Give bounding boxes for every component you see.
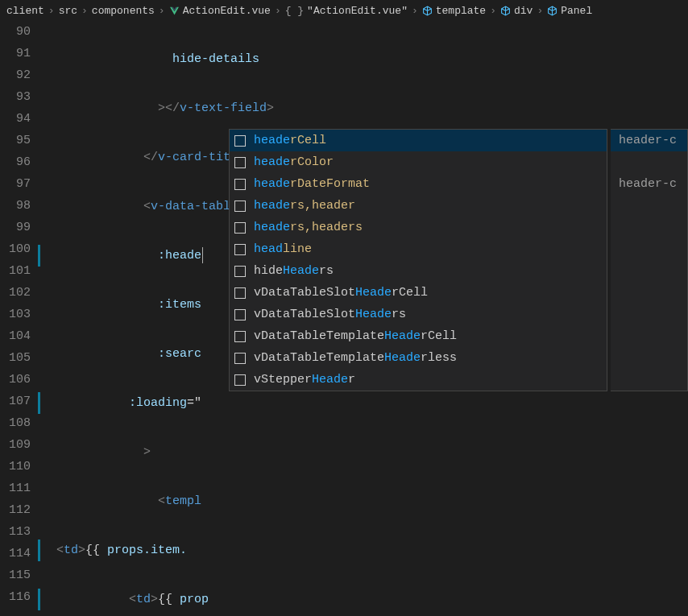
ac-text: vDataTableTemplate xyxy=(254,329,384,343)
snippet-icon xyxy=(234,287,246,299)
ac-text: vDataTableSlot xyxy=(254,308,355,321)
breadcrumb-template[interactable]: template xyxy=(436,5,486,17)
line-number: 115 xyxy=(0,564,42,586)
autocomplete-item[interactable]: headers, headers xyxy=(230,217,607,238)
code-token: =" xyxy=(187,396,201,410)
code-token: props.item. xyxy=(107,544,187,557)
code-token: > xyxy=(151,593,158,606)
detail-row xyxy=(611,304,687,325)
line-number: 111 xyxy=(0,478,42,499)
chevron-right-icon: › xyxy=(412,5,418,17)
ac-text: vStepper xyxy=(254,373,312,387)
chevron-right-icon: › xyxy=(159,5,165,17)
autocomplete-item[interactable]: headerColor xyxy=(230,151,607,173)
snippet-icon xyxy=(234,201,246,212)
line-number: 90 xyxy=(0,21,42,43)
code-editor[interactable]: 90 91 92 93 94 95 96 97 98 99 100 101 10… xyxy=(0,21,688,616)
line-number: 106 xyxy=(0,369,42,391)
line-number: 108 xyxy=(0,412,42,434)
detail-row xyxy=(611,217,687,238)
ac-text: header xyxy=(312,199,355,213)
breadcrumb-components[interactable]: components xyxy=(92,5,155,17)
modified-indicator xyxy=(38,392,40,414)
code-token: v-data-table xyxy=(151,200,238,213)
autocomplete-item[interactable]: vDataTableSlotHeaderCell xyxy=(230,282,607,304)
autocomplete-item[interactable]: vDataTableSlotHeaders xyxy=(230,304,607,325)
code-token: :items xyxy=(158,298,201,312)
cube-icon xyxy=(547,6,557,16)
ac-text: line xyxy=(283,242,312,256)
autocomplete-item[interactable]: headerCell xyxy=(230,130,607,151)
autocomplete-item[interactable]: hideHeaders xyxy=(230,260,607,282)
autocomplete-item[interactable]: vDataTableTemplateHeaderless xyxy=(230,347,607,369)
line-number: 99 xyxy=(0,217,42,238)
line-number: 109 xyxy=(0,434,42,456)
ac-text: heade xyxy=(254,221,290,234)
ac-text: head xyxy=(254,242,283,256)
code-token: v-text-field xyxy=(180,101,267,115)
code-token: < xyxy=(129,593,136,606)
code-token: hide-details xyxy=(172,52,259,66)
ac-text: headers xyxy=(312,221,363,234)
cube-icon xyxy=(500,6,511,16)
code-token: > xyxy=(78,544,85,557)
ac-text: Heade xyxy=(283,264,319,278)
line-number: 100 xyxy=(0,238,42,260)
ac-text: rs xyxy=(392,308,406,321)
code-token: </ xyxy=(143,151,158,164)
ac-text: heade xyxy=(254,199,290,213)
code-token: < xyxy=(158,494,165,508)
snippet-icon xyxy=(234,309,246,320)
breadcrumb-client[interactable]: client xyxy=(6,5,44,17)
detail-row xyxy=(611,260,687,282)
snippet-icon xyxy=(234,179,246,190)
breadcrumb-panel[interactable]: Panel xyxy=(561,5,592,17)
snippet-icon xyxy=(234,353,246,364)
ac-text: rCell xyxy=(392,286,428,300)
ac-text: rless xyxy=(421,351,457,365)
code-token: :searc xyxy=(158,347,201,361)
ac-text: r xyxy=(348,373,355,387)
line-number: 92 xyxy=(0,64,42,86)
breadcrumb[interactable]: client › src › components › ActionEdit.v… xyxy=(0,0,688,21)
snippet-icon xyxy=(234,222,246,234)
line-number: 102 xyxy=(0,282,42,304)
breadcrumb-file[interactable]: ActionEdit.vue xyxy=(183,5,271,17)
line-number: 104 xyxy=(0,325,42,347)
autocomplete-item[interactable]: headerDateFormat xyxy=(230,173,607,195)
chevron-right-icon: › xyxy=(537,5,543,17)
code-token: > xyxy=(143,445,151,459)
line-number-gutter: 90 91 92 93 94 95 96 97 98 99 100 101 10… xyxy=(0,21,42,608)
chevron-right-icon: › xyxy=(48,5,55,17)
line-number: 95 xyxy=(0,130,42,151)
snippet-icon xyxy=(234,374,246,386)
ac-text: r xyxy=(290,177,297,191)
autocomplete-popup[interactable]: headerCell headerColor headerDateFormat … xyxy=(229,129,607,391)
ac-text: rs, xyxy=(290,199,312,213)
ac-text: rCell xyxy=(421,329,457,343)
autocomplete-item[interactable]: headers, header xyxy=(230,195,607,217)
breadcrumb-scope[interactable]: "ActionEdit.vue" xyxy=(307,5,408,17)
code-token: > xyxy=(267,101,274,115)
ac-text: hide xyxy=(254,264,283,278)
detail-row: header-c xyxy=(611,173,687,195)
line-number: 113 xyxy=(0,521,42,543)
autocomplete-detail: header-c header-c xyxy=(611,129,688,391)
line-number: 103 xyxy=(0,304,42,325)
breadcrumb-src[interactable]: src xyxy=(59,5,77,17)
code-token: td xyxy=(64,544,78,557)
line-number: 107 xyxy=(0,391,42,412)
ac-text: heade xyxy=(254,177,290,191)
detail-row xyxy=(611,325,687,347)
autocomplete-item[interactable]: vDataTableTemplateHeaderCell xyxy=(230,325,607,347)
autocomplete-item[interactable]: vStepperHeader xyxy=(230,369,607,391)
code-token: templ xyxy=(165,494,201,508)
breadcrumb-div[interactable]: div xyxy=(514,5,533,17)
code-token: prop xyxy=(180,593,209,606)
code-token: ></ xyxy=(158,101,180,115)
detail-row: header-c xyxy=(611,130,687,151)
chevron-right-icon: › xyxy=(275,5,281,17)
code-token: :loading xyxy=(129,396,187,410)
autocomplete-item[interactable]: headline xyxy=(230,238,607,260)
ac-text: Heade xyxy=(355,308,392,321)
